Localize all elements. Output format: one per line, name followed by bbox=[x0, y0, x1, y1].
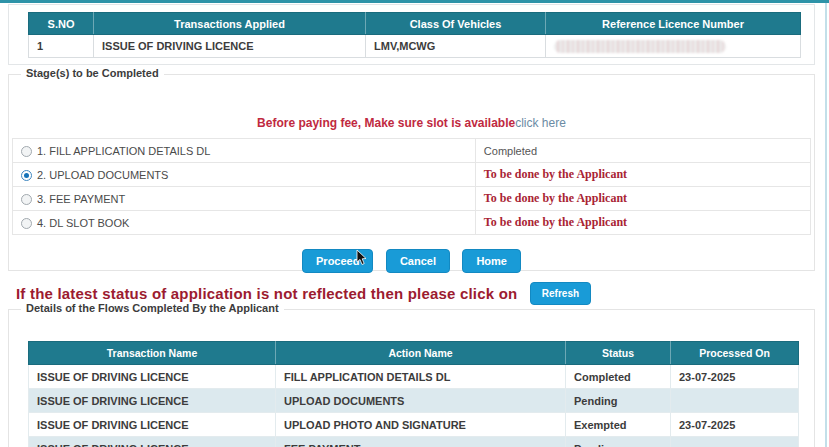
flows-row: ISSUE OF DRIVING LICENCEUPLOAD DOCUMENTS… bbox=[29, 389, 799, 413]
cell-processed-on: 23-07-2025 bbox=[671, 365, 799, 389]
stage-row: 3. FEE PAYMENTTo be done by the Applican… bbox=[13, 187, 811, 211]
flows-table: Transaction NameAction NameStatusProcess… bbox=[28, 341, 799, 447]
stage-label-cell: 4. DL SLOT BOOK bbox=[13, 211, 476, 235]
cell-processed-on bbox=[671, 437, 799, 447]
cell-action-name: UPLOAD PHOTO AND SIGNATURE bbox=[276, 413, 566, 437]
redacted-reference-number bbox=[554, 40, 726, 53]
stage-actions: Proceed Cancel Home bbox=[9, 249, 814, 273]
cell-status: Pending bbox=[566, 389, 671, 413]
cell-action-name: FILL APPLICATION DETAILS DL bbox=[276, 365, 566, 389]
flows-column-header: Transaction Name bbox=[29, 342, 276, 365]
flows-column-header: Status bbox=[566, 342, 671, 365]
stage-status: To be done by the Applicant bbox=[475, 187, 810, 211]
page-top-border bbox=[0, 0, 829, 3]
cell-transaction-name: ISSUE OF DRIVING LICENCE bbox=[29, 389, 276, 413]
stages-legend: Stage(s) to be Completed bbox=[21, 67, 164, 79]
cell-transaction-applied: ISSUE OF DRIVING LICENCE bbox=[94, 35, 366, 58]
stage-row: 2. UPLOAD DOCUMENTSTo be done by the App… bbox=[13, 163, 811, 187]
applications-table: S.NOTransactions AppliedClass Of Vehicle… bbox=[28, 12, 801, 58]
flows-row: ISSUE OF DRIVING LICENCEFILL APPLICATION… bbox=[29, 365, 799, 389]
applications-column-header: Transactions Applied bbox=[94, 13, 366, 35]
stage-label-cell: 2. UPLOAD DOCUMENTS bbox=[13, 163, 476, 187]
stage-row: 4. DL SLOT BOOKTo be done by the Applica… bbox=[13, 211, 811, 235]
applications-panel: S.NOTransactions AppliedClass Of Vehicle… bbox=[8, 4, 815, 65]
stage-label: 2. UPLOAD DOCUMENTS bbox=[37, 169, 168, 181]
stage-row: 1. FILL APPLICATION DETAILS DLCompleted bbox=[13, 139, 811, 163]
stage-label: 3. FEE PAYMENT bbox=[37, 193, 125, 205]
flows-column-header: Action Name bbox=[276, 342, 566, 365]
cell-reference-licence-number bbox=[546, 35, 801, 58]
proceed-button[interactable]: Proceed bbox=[302, 249, 373, 273]
cell-status: Pending bbox=[566, 437, 671, 447]
stage-status: Completed bbox=[475, 139, 810, 163]
applications-column-header: Class Of Vehicles bbox=[366, 13, 546, 35]
cell-class-of-vehicles: LMV,MCWG bbox=[366, 35, 546, 58]
stages-section: Stage(s) to be Completed Before paying f… bbox=[8, 74, 815, 271]
stages-table: 1. FILL APPLICATION DETAILS DLCompleted2… bbox=[12, 138, 811, 235]
cell-processed-on bbox=[671, 389, 799, 413]
flows-column-header: Processed On bbox=[671, 342, 799, 365]
stage-radio[interactable] bbox=[21, 194, 32, 205]
stage-status: To be done by the Applicant bbox=[475, 211, 810, 235]
applications-column-header: Reference Licence Number bbox=[546, 13, 801, 35]
flows-section: Details of the Flows Completed By the Ap… bbox=[8, 309, 815, 447]
applications-header-row: S.NOTransactions AppliedClass Of Vehicle… bbox=[29, 13, 801, 35]
stage-radio[interactable] bbox=[21, 218, 32, 229]
fee-slot-notice: Before paying fee, Make sure slot is ava… bbox=[9, 116, 814, 130]
applications-column-header: S.NO bbox=[29, 13, 94, 35]
cell-sno: 1 bbox=[29, 35, 94, 58]
cell-processed-on: 23-07-2025 bbox=[671, 413, 799, 437]
applications-data-row: 1ISSUE OF DRIVING LICENCELMV,MCWG bbox=[29, 35, 801, 58]
home-button[interactable]: Home bbox=[462, 249, 521, 273]
flows-row: ISSUE OF DRIVING LICENCEFEE PAYMENTPendi… bbox=[29, 437, 799, 447]
stage-radio-selected[interactable] bbox=[21, 170, 32, 181]
stage-label: 4. DL SLOT BOOK bbox=[37, 217, 129, 229]
cell-status: Completed bbox=[566, 365, 671, 389]
stage-label-cell: 3. FEE PAYMENT bbox=[13, 187, 476, 211]
refresh-message: If the latest status of application is n… bbox=[16, 285, 517, 302]
cell-transaction-name: ISSUE OF DRIVING LICENCE bbox=[29, 413, 276, 437]
flows-legend: Details of the Flows Completed By the Ap… bbox=[21, 302, 284, 314]
click-here-link[interactable]: click here bbox=[515, 116, 566, 130]
cell-action-name: UPLOAD DOCUMENTS bbox=[276, 389, 566, 413]
cell-action-name: FEE PAYMENT bbox=[276, 437, 566, 447]
stage-label: 1. FILL APPLICATION DETAILS DL bbox=[37, 145, 210, 157]
stage-status: To be done by the Applicant bbox=[475, 163, 810, 187]
page-right-border bbox=[825, 3, 827, 447]
stage-label-cell: 1. FILL APPLICATION DETAILS DL bbox=[13, 139, 476, 163]
cell-transaction-name: ISSUE OF DRIVING LICENCE bbox=[29, 437, 276, 447]
cell-transaction-name: ISSUE OF DRIVING LICENCE bbox=[29, 365, 276, 389]
stage-radio[interactable] bbox=[21, 146, 32, 157]
fee-slot-warning-text: Before paying fee, Make sure slot is ava… bbox=[257, 116, 515, 130]
cell-status: Exempted bbox=[566, 413, 671, 437]
flows-header-row: Transaction NameAction NameStatusProcess… bbox=[29, 342, 799, 365]
flows-row: ISSUE OF DRIVING LICENCEUPLOAD PHOTO AND… bbox=[29, 413, 799, 437]
refresh-button[interactable]: Refresh bbox=[530, 282, 591, 305]
cancel-button[interactable]: Cancel bbox=[386, 249, 450, 273]
